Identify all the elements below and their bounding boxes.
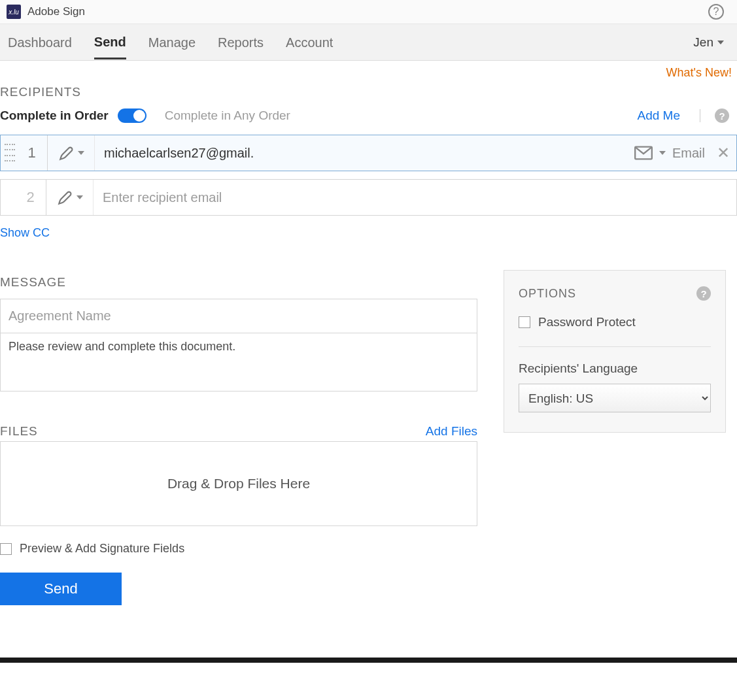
pen-icon <box>57 189 74 206</box>
preview-checkbox[interactable] <box>0 543 12 555</box>
drag-handle-icon[interactable] <box>5 142 15 163</box>
message-title: MESSAGE <box>0 275 477 290</box>
toggle-knob <box>133 110 145 122</box>
options-title: OPTIONS <box>519 287 576 301</box>
pen-icon <box>58 144 75 161</box>
tab-manage[interactable]: Manage <box>148 26 196 58</box>
divider <box>700 109 700 122</box>
add-me-link[interactable]: Add Me <box>638 108 680 123</box>
recipient-email-input[interactable] <box>94 180 736 215</box>
verification-label: Email <box>672 146 705 161</box>
chevron-down-icon <box>659 151 666 155</box>
user-name: Jen <box>693 35 713 50</box>
options-panel: OPTIONS ? Password Protect Recipients' L… <box>504 270 726 433</box>
tab-send[interactable]: Send <box>94 25 126 59</box>
recipients-title: RECIPIENTS <box>0 85 737 99</box>
order-toggle-row: Complete in Order Complete in Any Order … <box>0 108 737 123</box>
order-toggle[interactable] <box>118 108 146 123</box>
remove-recipient-icon[interactable]: ✕ <box>710 144 736 162</box>
footer-bar <box>0 658 737 663</box>
files-dropzone[interactable]: Drag & Drop Files Here <box>0 441 477 526</box>
recipients-help-icon[interactable]: ? <box>715 108 729 123</box>
show-cc-link[interactable]: Show CC <box>0 226 737 240</box>
chevron-down-icon <box>717 41 724 44</box>
files-title: FILES <box>0 424 38 439</box>
recipient-role-dropdown[interactable] <box>46 180 94 215</box>
envelope-icon <box>634 146 653 160</box>
language-select[interactable]: English: US <box>519 384 711 412</box>
recipient-number: 2 <box>15 180 46 215</box>
message-body-input[interactable] <box>0 333 477 392</box>
verification-dropdown[interactable]: Email <box>629 146 710 161</box>
help-icon[interactable]: ? <box>708 4 724 20</box>
chevron-down-icon <box>78 151 84 155</box>
whats-new-link[interactable]: What's New! <box>666 66 732 80</box>
tab-account[interactable]: Account <box>286 26 333 58</box>
recipient-email-input[interactable] <box>95 135 629 171</box>
options-help-icon[interactable]: ? <box>696 286 711 301</box>
add-files-link[interactable]: Add Files <box>426 424 477 439</box>
main-tabs: Dashboard Send Manage Reports Account Je… <box>0 24 737 61</box>
agreement-name-input[interactable] <box>0 299 477 333</box>
recipient-role-dropdown[interactable] <box>48 135 95 171</box>
app-logo: x.lu <box>7 5 21 19</box>
send-button[interactable]: Send <box>0 573 122 605</box>
divider <box>519 346 711 347</box>
app-bar: x.lu Adobe Sign ? <box>0 0 737 24</box>
recipient-number: 1 <box>16 135 48 171</box>
user-menu[interactable]: Jen <box>693 35 729 50</box>
chevron-down-icon <box>77 195 83 199</box>
order-on-label: Complete in Order <box>0 108 109 123</box>
preview-label: Preview & Add Signature Fields <box>20 542 184 556</box>
order-off-label: Complete in Any Order <box>165 108 290 123</box>
tab-dashboard[interactable]: Dashboard <box>8 26 72 58</box>
recipient-row: 2 <box>0 179 737 216</box>
recipient-row: 1 Email ✕ <box>0 135 737 171</box>
password-protect-checkbox[interactable] <box>519 316 530 328</box>
tab-reports[interactable]: Reports <box>218 26 264 58</box>
password-protect-label: Password Protect <box>538 315 636 329</box>
app-title: Adobe Sign <box>27 5 85 18</box>
language-label: Recipients' Language <box>519 361 711 376</box>
